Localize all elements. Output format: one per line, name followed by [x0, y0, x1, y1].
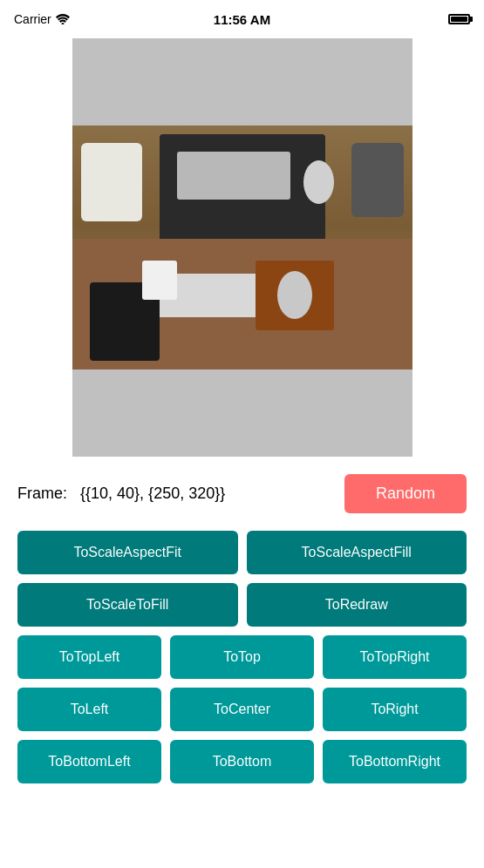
- to-right-button[interactable]: ToRight: [323, 688, 467, 731]
- battery-fill: [451, 17, 467, 22]
- keyboard-top: [177, 152, 290, 200]
- to-bottom-right-button[interactable]: ToBottomRight: [323, 740, 467, 783]
- to-bottom-button[interactable]: ToBottom: [170, 740, 314, 783]
- cup: [142, 261, 177, 300]
- image-display: [72, 38, 412, 457]
- frame-value: {{10, 40}, {250, 320}}: [80, 485, 225, 502]
- battery-indicator: [448, 14, 470, 24]
- to-scale-to-fill-button[interactable]: ToScaleToFill: [17, 583, 238, 627]
- wifi-icon: [56, 14, 70, 24]
- frame-display: Frame: {{10, 40}, {250, 320}}: [17, 485, 225, 503]
- desk-scene: [72, 125, 412, 378]
- to-scale-aspect-fill-button[interactable]: ToScaleAspectFill: [247, 531, 467, 574]
- mouse-top: [303, 160, 334, 204]
- carrier-text: Carrier: [14, 12, 51, 26]
- to-center-button[interactable]: ToCenter: [170, 688, 314, 731]
- gray-top: [72, 38, 412, 134]
- speaker-right: [351, 143, 404, 217]
- status-time: 11:56 AM: [214, 12, 270, 27]
- button-row-5: ToBottomLeft ToBottom ToBottomRight: [17, 740, 467, 783]
- to-redraw-button[interactable]: ToRedraw: [247, 583, 467, 627]
- frame-row: Frame: {{10, 40}, {250, 320}} Random: [17, 474, 467, 513]
- to-top-left-button[interactable]: ToTopLeft: [17, 635, 161, 679]
- button-row-1: ToScaleAspectFit ToScaleAspectFill: [17, 531, 467, 574]
- button-row-4: ToLeft ToCenter ToRight: [17, 688, 467, 731]
- to-top-right-button[interactable]: ToTopRight: [323, 635, 467, 679]
- mouse-bottom: [277, 271, 312, 319]
- battery-icon: [448, 14, 470, 24]
- svg-point-0: [61, 23, 64, 24]
- speaker-left: [81, 143, 142, 221]
- frame-label-text: Frame:: [17, 485, 67, 502]
- to-top-button[interactable]: ToTop: [170, 635, 314, 679]
- button-row-2: ToScaleToFill ToRedraw: [17, 583, 467, 627]
- random-button[interactable]: Random: [344, 474, 467, 513]
- to-left-button[interactable]: ToLeft: [17, 688, 161, 731]
- button-row-3: ToTopLeft ToTop ToTopRight: [17, 635, 467, 679]
- carrier-label: Carrier: [14, 12, 70, 26]
- to-scale-aspect-fit-button[interactable]: ToScaleAspectFit: [17, 531, 238, 574]
- status-bar: Carrier 11:56 AM: [0, 0, 484, 38]
- gray-bottom: [72, 370, 412, 457]
- controls-area: Frame: {{10, 40}, {250, 320}} Random ToS…: [0, 457, 484, 792]
- buttons-grid: ToScaleAspectFit ToScaleAspectFill ToSca…: [17, 531, 467, 783]
- to-bottom-left-button[interactable]: ToBottomLeft: [17, 740, 161, 783]
